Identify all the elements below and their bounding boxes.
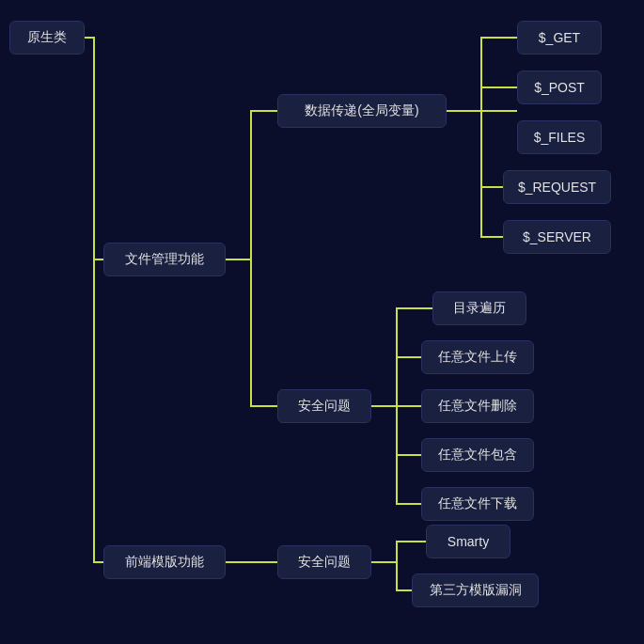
node-file-include: 任意文件包含: [421, 438, 534, 472]
node-request: $_REQUEST: [503, 170, 611, 204]
node-post: $_POST: [517, 71, 602, 104]
node-file-upload: 任意文件上传: [421, 340, 534, 374]
node-security1: 安全问题: [277, 389, 371, 423]
node-files: $_FILES: [517, 120, 602, 154]
node-frontend: 前端模版功能: [103, 545, 226, 579]
node-get: $_GET: [517, 21, 602, 55]
node-data-transfer: 数据传递(全局变量): [277, 94, 447, 128]
node-file-delete: 任意文件删除: [421, 389, 534, 423]
node-file-download: 任意文件下载: [421, 487, 534, 521]
node-root: 原生类: [9, 21, 85, 55]
node-dir-traverse: 目录遍历: [432, 291, 526, 325]
mind-map: 原生类 文件管理功能 数据传递(全局变量) $_GET $_POST $_FIL…: [0, 0, 644, 644]
node-file-mgmt: 文件管理功能: [103, 243, 226, 276]
node-security2: 安全问题: [277, 545, 371, 579]
node-smarty: Smarty: [426, 525, 510, 558]
node-third-party: 第三方模版漏洞: [412, 573, 539, 607]
node-server: $_SERVER: [503, 220, 611, 254]
